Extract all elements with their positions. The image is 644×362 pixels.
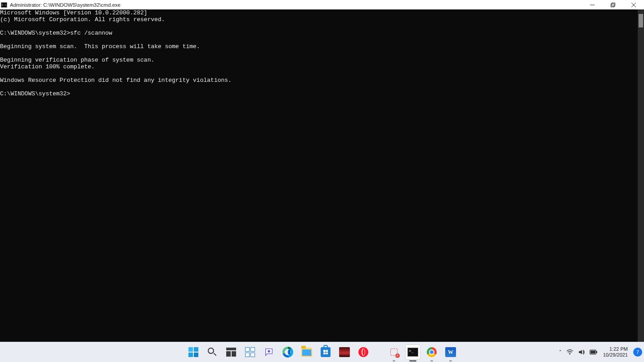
maximize-icon: [611, 3, 615, 7]
app-red-button[interactable]: [337, 344, 352, 360]
edge-icon: [282, 347, 293, 358]
title-bar: Administrator: C:\WINDOWS\system32\cmd.e…: [0, 0, 644, 9]
snip-sketch-button[interactable]: +: [386, 344, 402, 360]
command-prompt-icon: [407, 348, 418, 357]
maximize-button[interactable]: [603, 0, 623, 9]
start-button[interactable]: [186, 344, 201, 360]
window-title: Administrator: C:\WINDOWS\system32\cmd.e…: [10, 2, 121, 8]
task-view-icon: [226, 348, 236, 357]
terminal-output[interactable]: Microsoft Windows [Version 10.0.22000.28…: [0, 9, 638, 342]
app-red-icon: [339, 347, 350, 357]
minimize-button[interactable]: [582, 0, 603, 9]
tray-overflow-button[interactable]: ˄: [559, 349, 562, 355]
title-bar-left: Administrator: C:\WINDOWS\system32\cmd.e…: [0, 2, 121, 8]
snip-sketch-icon: +: [389, 347, 399, 357]
taskbar: + W ˄ 1:22 PM 10/29/2021 7: [0, 342, 644, 362]
clock[interactable]: 1:22 PM 10/29/2021: [602, 346, 629, 358]
scrollbar-thumb[interactable]: [639, 14, 643, 27]
widgets-icon: [245, 347, 255, 357]
chat-button[interactable]: [261, 344, 277, 360]
chat-icon: [264, 347, 274, 357]
command-prompt-button[interactable]: [405, 344, 420, 360]
svg-rect-1: [611, 4, 614, 7]
svg-rect-9: [590, 351, 595, 353]
close-icon: [631, 3, 636, 7]
start-icon: [188, 347, 198, 357]
edge-button[interactable]: [280, 344, 295, 360]
widgets-button[interactable]: [242, 344, 258, 360]
search-button[interactable]: [205, 344, 220, 360]
chrome-icon: [427, 347, 437, 357]
microsoft-store-button[interactable]: [318, 344, 333, 360]
word-button[interactable]: W: [443, 344, 458, 360]
svg-rect-8: [596, 351, 597, 353]
file-explorer-icon: [301, 348, 312, 357]
terminal-area: Microsoft Windows [Version 10.0.22000.28…: [0, 9, 644, 342]
svg-point-6: [569, 354, 570, 355]
cmd-window-icon: [1, 2, 7, 8]
minimize-icon: [590, 3, 595, 7]
tray-status-icons[interactable]: [566, 349, 598, 355]
word-icon: W: [445, 347, 456, 357]
opera-icon: [358, 347, 368, 357]
svg-point-5: [268, 350, 270, 353]
system-tray: ˄ 1:22 PM 10/29/2021 7: [559, 342, 642, 362]
clock-date: 10/29/2021: [603, 352, 628, 358]
file-explorer-button[interactable]: [299, 344, 314, 360]
svg-rect-2: [612, 3, 615, 6]
opera-button[interactable]: [356, 344, 371, 360]
notification-badge[interactable]: 7: [633, 348, 642, 357]
search-icon: [207, 347, 217, 357]
wifi-icon: [566, 349, 573, 355]
close-button[interactable]: [623, 0, 644, 9]
window-controls: [582, 0, 644, 9]
volume-icon: [578, 349, 585, 355]
microsoft-store-icon: [321, 347, 331, 357]
taskbar-center: + W: [186, 342, 458, 362]
clock-time: 1:22 PM: [609, 346, 628, 352]
scrollbar-track[interactable]: [638, 9, 644, 342]
battery-icon: [590, 349, 598, 355]
chrome-button[interactable]: [424, 344, 439, 360]
task-view-button[interactable]: [224, 344, 239, 360]
